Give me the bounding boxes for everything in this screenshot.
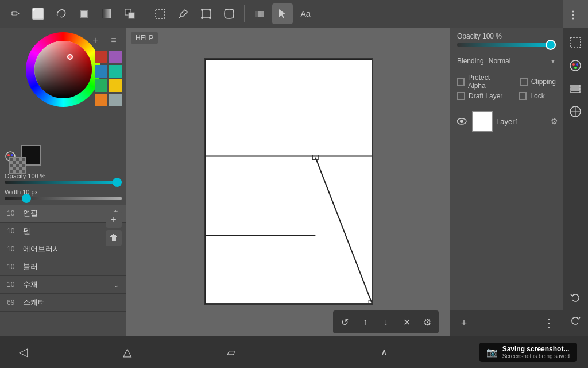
transform-controls: ↺ ↑ ↓ ✕ ⚙ bbox=[333, 310, 439, 334]
layer-visibility-toggle[interactable] bbox=[455, 114, 469, 128]
menu-button[interactable] bbox=[563, 5, 583, 25]
svg-point-19 bbox=[11, 154, 13, 156]
svg-rect-45 bbox=[570, 37, 581, 48]
fg-bg-section bbox=[0, 143, 126, 170]
transform-tool[interactable] bbox=[196, 3, 216, 24]
fg-bg-swap[interactable] bbox=[119, 3, 140, 24]
recent-button[interactable]: ▱ bbox=[219, 340, 242, 363]
canvas-area: HELP bbox=[126, 28, 450, 336]
redo-strip-button[interactable] bbox=[565, 310, 586, 331]
svg-rect-13 bbox=[258, 11, 264, 17]
right-opacity-track[interactable] bbox=[457, 43, 556, 47]
opacity-track[interactable] bbox=[5, 181, 122, 184]
tc-close-button[interactable]: ✕ bbox=[397, 313, 416, 331]
brush-list-controls: + 🗑 bbox=[106, 212, 122, 246]
swatch-green[interactable] bbox=[95, 79, 107, 92]
brush-name-6: 스캐터 bbox=[23, 297, 119, 308]
undo-strip-button[interactable] bbox=[565, 288, 586, 308]
add-layer-button[interactable]: + bbox=[455, 314, 473, 332]
width-track[interactable] bbox=[5, 197, 122, 200]
cursor-tool[interactable] bbox=[272, 3, 293, 24]
swatch-blue[interactable] bbox=[95, 65, 107, 78]
brush-item-blur[interactable]: 10 블러 bbox=[0, 258, 126, 276]
brush-number-5: 10 bbox=[7, 281, 23, 289]
tc-settings-button[interactable]: ⚙ bbox=[418, 313, 436, 331]
chevron-up-button[interactable]: ∧ bbox=[370, 343, 399, 361]
lasso-tool[interactable] bbox=[51, 3, 71, 24]
layer-item-1[interactable]: Layer1 ⚙ bbox=[450, 109, 563, 134]
svg-point-14 bbox=[572, 11, 574, 13]
brush-number-6: 69 bbox=[7, 298, 23, 306]
add-color-button[interactable]: + bbox=[87, 32, 103, 48]
opacity-thumb[interactable] bbox=[113, 178, 122, 187]
warp-tool[interactable] bbox=[219, 3, 239, 24]
color-strip-button[interactable] bbox=[565, 55, 586, 76]
svg-point-11 bbox=[209, 17, 211, 19]
brush-name-4: 블러 bbox=[23, 262, 119, 272]
delete-brush-button[interactable]: 🗑 bbox=[106, 230, 122, 246]
swatch-yellow[interactable] bbox=[109, 79, 122, 92]
eraser-tool[interactable]: ⬜ bbox=[28, 3, 48, 24]
color-cursor[interactable] bbox=[67, 54, 73, 60]
more-colors-button[interactable]: ≡ bbox=[106, 32, 122, 48]
navigator-strip-button[interactable] bbox=[565, 101, 586, 122]
divider-2 bbox=[244, 5, 245, 22]
layers-strip-button[interactable] bbox=[565, 78, 586, 99]
draft-layer-label: Draft Layer bbox=[469, 92, 502, 100]
right-panel-bottom: + ⋮ bbox=[450, 310, 563, 336]
svg-rect-7 bbox=[202, 10, 210, 18]
tc-refresh-button[interactable]: ↺ bbox=[335, 313, 354, 331]
screenshot-sub: Screenshot is being saved bbox=[502, 353, 570, 359]
fill-tool[interactable] bbox=[74, 3, 94, 24]
lock-checkbox[interactable] bbox=[519, 92, 527, 100]
pencil-tool[interactable]: ✏ bbox=[5, 3, 25, 24]
swatch-red[interactable] bbox=[95, 51, 107, 63]
swatch-orange[interactable] bbox=[95, 94, 107, 106]
brush-item-scatter[interactable]: 69 스캐터 bbox=[0, 294, 126, 312]
right-panel: Opacity 100 % Blending Normal ▼ Protect … bbox=[450, 28, 563, 336]
draft-layer-checkbox[interactable] bbox=[457, 92, 465, 100]
svg-point-10 bbox=[201, 17, 203, 19]
home-button[interactable]: △ bbox=[115, 340, 138, 363]
svg-rect-1 bbox=[81, 11, 87, 17]
right-strip bbox=[563, 28, 588, 336]
checkboxes-section: Protect Alpha Clipping Draft Layer Lock bbox=[450, 70, 563, 106]
blend-tool[interactable] bbox=[249, 3, 270, 24]
expand-brush-list[interactable]: ⌄ bbox=[113, 281, 119, 289]
width-thumb[interactable] bbox=[22, 194, 31, 203]
clipping-checkbox[interactable] bbox=[520, 78, 528, 86]
layer-settings-button[interactable]: ⚙ bbox=[551, 117, 558, 126]
swatch-teal[interactable] bbox=[109, 65, 122, 78]
protect-alpha-label: Protect Alpha bbox=[468, 74, 505, 90]
blending-dropdown[interactable]: ▼ bbox=[550, 58, 556, 64]
swatch-purple[interactable] bbox=[109, 51, 122, 63]
selection-rect[interactable] bbox=[150, 3, 171, 24]
drawing-canvas[interactable] bbox=[204, 58, 373, 305]
tc-up-button[interactable]: ↑ bbox=[356, 313, 374, 331]
eyedropper-tool[interactable] bbox=[173, 3, 194, 24]
back-button[interactable]: ◁ bbox=[11, 340, 34, 363]
left-panel: + ≡ bbox=[0, 28, 126, 336]
brush-item-watercolor[interactable]: 10 수채 ⌄ bbox=[0, 276, 126, 294]
background-color[interactable] bbox=[9, 157, 26, 174]
select-strip-button[interactable] bbox=[565, 32, 586, 53]
divider-1 bbox=[145, 5, 145, 22]
help-button[interactable]: HELP bbox=[131, 32, 158, 44]
add-brush-button[interactable]: + bbox=[106, 212, 122, 228]
layer-options-button[interactable]: ⋮ bbox=[540, 314, 558, 332]
gradient-tool[interactable] bbox=[96, 3, 117, 24]
layer-thumbnail bbox=[472, 111, 493, 132]
svg-rect-5 bbox=[156, 9, 165, 18]
right-opacity-thumb[interactable] bbox=[546, 40, 556, 50]
svg-rect-51 bbox=[571, 88, 580, 90]
swatch-gray[interactable] bbox=[109, 94, 122, 106]
svg-line-6 bbox=[179, 17, 180, 18]
svg-point-44 bbox=[460, 120, 463, 123]
top-toolbar: ✏ ⬜ Aa bbox=[0, 0, 563, 28]
brush-number-3: 10 bbox=[7, 245, 23, 253]
svg-point-9 bbox=[209, 9, 211, 11]
protect-alpha-checkbox[interactable] bbox=[457, 78, 465, 86]
tc-down-button[interactable]: ↓ bbox=[377, 313, 395, 331]
text-tool[interactable]: Aa bbox=[295, 3, 316, 24]
svg-point-18 bbox=[7, 154, 10, 156]
